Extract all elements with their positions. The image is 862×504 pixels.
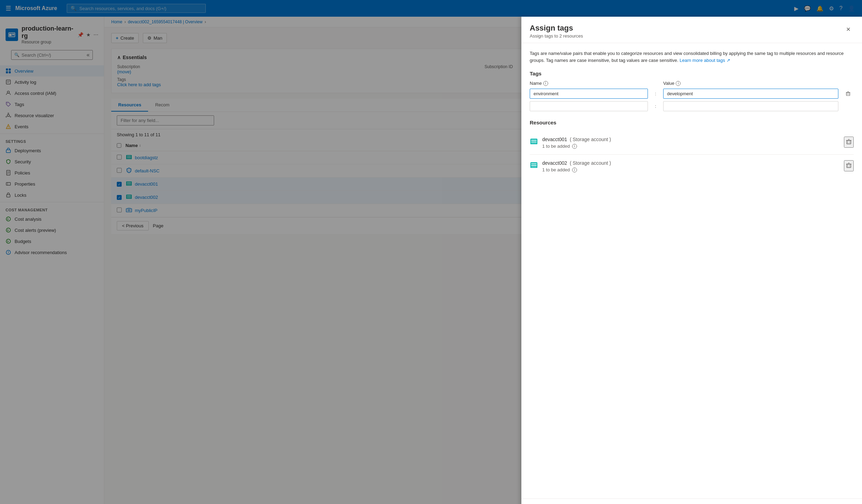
- svg-rect-74: [847, 164, 851, 168]
- resource-2-type-parens: (: [570, 160, 571, 166]
- value-col-label: Value i: [663, 81, 838, 86]
- tag2-name-input[interactable]: [530, 101, 648, 111]
- learn-more-link[interactable]: Learn more about tags ↗: [680, 58, 730, 63]
- tag-row-1: :: [530, 88, 854, 99]
- svg-rect-71: [531, 163, 537, 164]
- modal-close-button[interactable]: ✕: [843, 24, 854, 35]
- modal-header-text: Assign tags Assign tags to 2 resources: [530, 24, 583, 39]
- value-info-icon[interactable]: i: [676, 81, 681, 86]
- resource-1-delete-button[interactable]: [844, 137, 854, 148]
- tags-table-header: Name i Value i: [530, 81, 854, 86]
- assign-tags-panel: Assign tags Assign tags to 2 resources ✕…: [521, 17, 862, 504]
- resource-2-delete-button[interactable]: [844, 160, 854, 171]
- modal-title: Assign tags: [530, 24, 583, 33]
- resource-1-name: devacct001 ( Storage account ): [542, 137, 844, 142]
- resource-1-status: 1 to be added i: [542, 144, 844, 149]
- resource-2-icon: [530, 161, 538, 170]
- svg-rect-63: [531, 141, 537, 143]
- resource-1-type: Storage account: [573, 137, 608, 142]
- tags-section-title: Tags: [530, 71, 854, 76]
- svg-rect-72: [531, 165, 537, 166]
- resource-1-info-icon[interactable]: i: [572, 144, 577, 149]
- tag-sep-2: :: [652, 104, 659, 109]
- resource-item-1: devacct001 ( Storage account ) 1 to be a…: [530, 131, 854, 155]
- name-col-label: Name i: [530, 81, 648, 86]
- svg-rect-65: [847, 140, 851, 144]
- resource-2-info-icon[interactable]: i: [572, 168, 577, 172]
- tag-sep-1: :: [652, 91, 659, 96]
- modal-body: Tags are name/value pairs that enable yo…: [521, 43, 862, 498]
- resource-2-type: Storage account: [573, 160, 608, 166]
- tag1-name-input[interactable]: [530, 89, 648, 99]
- tag-row-2: :: [530, 101, 854, 111]
- svg-rect-56: [846, 92, 850, 96]
- svg-rect-62: [531, 140, 537, 141]
- tag1-value-input[interactable]: [663, 89, 838, 99]
- tags-section: Tags Name i Value i: [530, 71, 854, 111]
- svg-rect-73: [531, 167, 537, 168]
- resource-2-info: devacct002 ( Storage account ) 1 to be a…: [542, 160, 844, 172]
- resources-section: Resources devacct001: [530, 120, 854, 178]
- modal-description: Tags are name/value pairs that enable yo…: [530, 50, 854, 64]
- resource-2-status: 1 to be added i: [542, 167, 844, 172]
- resource-1-type-parens: (: [570, 137, 571, 142]
- resource-1-info: devacct001 ( Storage account ) 1 to be a…: [542, 137, 844, 149]
- modal-footer: Save Cancel: [521, 498, 862, 504]
- svg-rect-64: [531, 143, 537, 144]
- resource-2-name: devacct002 ( Storage account ): [542, 160, 844, 166]
- resource-1-icon: [530, 137, 538, 147]
- resource-2-type-close: ): [609, 160, 611, 166]
- resource-item-2: devacct002 ( Storage account ) 1 to be a…: [530, 155, 854, 178]
- modal-overlay[interactable]: Assign tags Assign tags to 2 resources ✕…: [0, 0, 862, 504]
- tag2-value-input[interactable]: [663, 101, 838, 111]
- tag1-delete-button[interactable]: [843, 88, 854, 99]
- modal-header: Assign tags Assign tags to 2 resources ✕: [521, 17, 862, 43]
- resource-1-type-close: ): [609, 137, 611, 142]
- modal-subtitle: Assign tags to 2 resources: [530, 33, 583, 39]
- resources-section-title: Resources: [530, 120, 854, 125]
- name-info-icon[interactable]: i: [543, 81, 548, 86]
